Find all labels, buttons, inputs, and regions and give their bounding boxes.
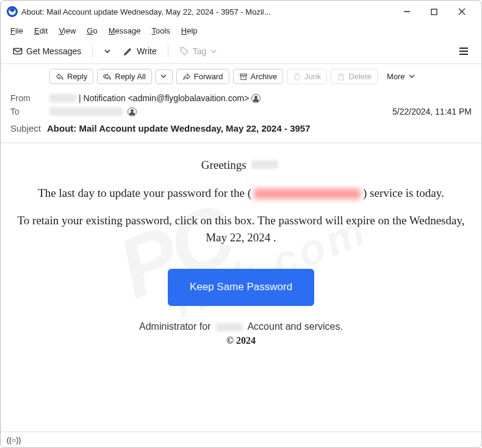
tag-icon [179,46,189,56]
menu-go[interactable]: Go [82,25,102,37]
to-row: To 5/22/2024, 11:41 PM [10,105,472,118]
connection-icon[interactable]: ((○)) [7,436,21,444]
svg-point-6 [181,48,182,49]
redacted-name [251,160,278,169]
more-label: More [387,72,405,81]
more-button[interactable]: More [381,69,422,84]
delete-button[interactable]: Delete [331,69,378,84]
separator [92,44,93,58]
redacted-admin [216,323,243,332]
get-messages-label: Get Messages [26,46,81,56]
get-messages-dropdown[interactable] [99,45,116,57]
statusbar: ((○)) [1,432,481,447]
reply-all-button[interactable]: Reply All [97,69,152,84]
from-address: | Notification <admin@flyglobalavaition.… [79,93,249,103]
close-button[interactable] [448,2,475,21]
keep-password-button[interactable]: Keep Same Password [168,269,314,306]
line1-b: ) service is today. [363,187,444,199]
redacted-recipient [49,107,123,116]
write-button[interactable]: Write [118,44,161,59]
reply-label: Reply [67,72,87,81]
greeting-line: Greetings [13,157,469,174]
admin-line: Administrator for Account and services. [13,319,469,333]
contact-icon[interactable] [251,94,261,103]
subject-label: Subject [10,123,47,133]
copyright: © 2024 [13,333,469,347]
hamburger-menu[interactable] [453,43,474,59]
from-label: From [10,93,47,103]
admin-a: Administrator for [139,321,210,332]
reply-all-label: Reply All [115,72,146,81]
tag-label: Tag [193,46,207,56]
write-label: Write [137,46,156,56]
minimize-button[interactable] [393,2,420,21]
redacted-service [254,188,361,199]
archive-button[interactable]: Archive [233,69,283,84]
redacted-sender-name [49,94,76,102]
line2: To retain your existing password, click … [13,212,469,246]
menu-view[interactable]: View [54,25,81,37]
maximize-button[interactable] [420,2,448,21]
envelope-download-icon [13,46,23,56]
svg-rect-11 [240,76,245,79]
to-label: To [10,107,47,116]
forward-button[interactable]: Forward [176,69,229,84]
contact-icon[interactable] [128,107,137,116]
delete-label: Delete [348,72,372,81]
archive-label: Archive [251,72,277,81]
forward-label: Forward [194,72,223,81]
reply-all-dropdown[interactable] [156,69,173,84]
message-date: 5/22/2024, 11:41 PM [392,107,472,116]
pencil-icon [123,46,133,56]
svg-rect-2 [431,9,437,15]
separator [168,44,168,58]
svg-rect-13 [339,75,344,80]
message-action-bar: Reply Reply All Forward Archive Junk Del… [1,64,481,89]
menu-edit[interactable]: Edit [29,25,52,37]
window-title: About: Mail Account update Wednesday, Ma… [21,7,393,16]
reply-button[interactable]: Reply [49,69,93,84]
message-body: Greetings The last day to update your pa… [1,143,481,347]
get-messages-button[interactable]: Get Messages [8,44,86,59]
junk-label: Junk [304,72,321,81]
admin-b: Account and services. [247,321,343,332]
menu-message[interactable]: Message [104,25,146,37]
toolbar: Get Messages Write Tag [1,38,481,64]
tag-button[interactable]: Tag [174,44,223,59]
line1-a: The last day to update your password for… [38,187,251,199]
from-row: From | Notification <admin@flyglobalavai… [10,91,472,105]
junk-button[interactable]: Junk [287,69,327,84]
menu-tools[interactable]: Tools [146,25,174,37]
line1: The last day to update your password for… [13,185,469,202]
menubar: File Edit View Go Message Tools Help [1,23,481,38]
greeting-text: Greetings [201,158,246,171]
subject-row: Subject About: Mail Account update Wedne… [10,118,472,135]
message-headers: From | Notification <admin@flyglobalavai… [1,89,481,143]
app-icon [7,6,18,17]
menu-file[interactable]: File [5,25,28,37]
subject-text: About: Mail Account update Wednesday, Ma… [47,123,311,133]
titlebar: About: Mail Account update Wednesday, Ma… [1,1,481,23]
svg-rect-5 [13,48,21,54]
menu-help[interactable]: Help [176,25,203,37]
